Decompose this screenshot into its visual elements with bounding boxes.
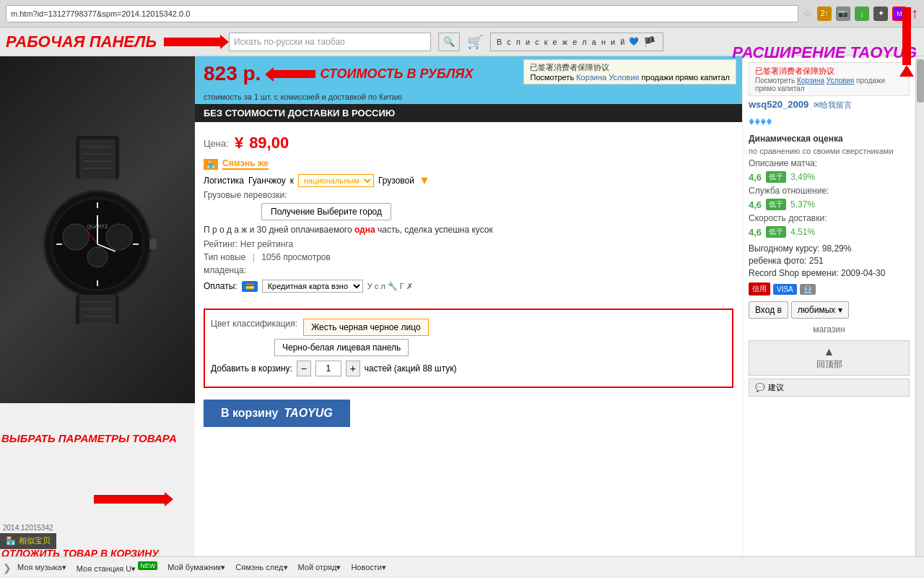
suggest-button[interactable]: 💬 建议 [749, 379, 910, 397]
price-label: Цена: [204, 138, 229, 149]
chevron-icon: ▼ [419, 174, 430, 187]
qty-minus-btn[interactable]: − [297, 361, 311, 376]
svg-point-11 [106, 224, 132, 250]
extension-icon-4[interactable]: ✦ [873, 7, 888, 21]
extension-annotation-text: РАСШИРЕНИЕ TAOYUG [742, 56, 915, 61]
cn-view-text: Посмотреть Корзина Условия продажи прямо… [755, 77, 903, 92]
cart-annotation-text: ОТЛОЖИТЬ ТОВАР В КОРЗИНУ [1, 548, 159, 556]
url-text: m.htm?id=13127798377&spm=2014.12015342.0… [11, 9, 190, 18]
wishlist-icon: 💙 [629, 37, 640, 46]
login-btn[interactable]: Вход в [749, 301, 788, 319]
bottom-nav-siyamen[interactable]: Сямэнь след▾ [231, 561, 292, 574]
payment-row: Оплаты: 💳 Кредитная карта взно У с л 🔧 Г… [204, 280, 733, 293]
scrollbar[interactable] [915, 56, 924, 556]
cn-text2: продажи прямо капитал [642, 73, 730, 82]
payment-select[interactable]: Кредитная карта взно [262, 280, 363, 293]
dynamic-title: Динамическая оценка [749, 134, 910, 144]
similar-items-label[interactable]: 🏪 相似宝贝 [0, 532, 56, 549]
cart-area: 🛒 [467, 34, 483, 50]
logistics-label: Логистика [204, 176, 244, 186]
price-annotation-label: СТОИМОСТЬ В РУБЛЯХ [320, 66, 473, 82]
svg-text:QUARTZ: QUARTZ [87, 224, 108, 230]
qty-row: Добавить в корзину: − + частей (акций 88… [211, 361, 726, 376]
payment-label: Оплаты: [204, 281, 237, 291]
add-to-cart-button[interactable]: В корзину TAOYUG [204, 400, 350, 427]
extension-icon-2[interactable]: 📷 [836, 7, 850, 21]
bottom-nav-arrow-icon[interactable]: ❯ [3, 562, 12, 574]
wishlist-label: В с п и с к е ж е л а н и й [497, 38, 626, 46]
bottom-nav-news[interactable]: Новости▾ [346, 561, 391, 574]
price-yen-row: Цена: ¥ 89,00 [204, 134, 733, 152]
qty-input[interactable] [315, 361, 341, 376]
extension-icon-3[interactable]: ↓ [855, 7, 869, 21]
location-text: Сямэнь же [222, 158, 269, 170]
cn-guarantee-side: 已签署消费者保障协议 Посмотреть Корзина Условия пр… [749, 62, 910, 96]
wishlist-button[interactable]: В с п и с к е ж е л а н и й 💙 🏴 [490, 33, 663, 51]
bottom-nav-music[interactable]: Моя музыка▾ [13, 561, 71, 574]
location-icon: 🏪 [204, 159, 218, 170]
message-square-icon: 💬 [755, 383, 765, 392]
no-delivery-bar: БЕЗ СТОИМОСТИ ДОСТАВКИ В РОССИЮ [195, 104, 742, 122]
other-logo: 🏦 [800, 284, 816, 295]
search-button[interactable]: 🔍 [438, 33, 460, 51]
url-bottom: 2014.12015342 [0, 522, 56, 533]
favorites-btn[interactable]: любимых ▾ [791, 301, 849, 319]
qty-plus-btn[interactable]: + [346, 361, 360, 376]
record-row: Record Shop времени: 2009-04-30 [749, 268, 910, 278]
product-area: 823 р. СТОИМОСТЬ В РУБЛЯХ 已签署消费者保障协议 Пос… [195, 56, 742, 556]
extension-annotation: РАСШИРЕНИЕ TAOYUG [742, 56, 915, 62]
option-btn-2[interactable]: Черно-белая лицевая панель [274, 339, 409, 356]
cn-link1[interactable]: Корзина [576, 73, 606, 82]
cn-link2[interactable]: Условия [609, 73, 639, 82]
alipay-logo: 信用 [749, 282, 770, 296]
params-annotation: ВЫБРАТЬ ПАРАМЕТРЫ ТОВАРА [1, 432, 177, 444]
flag-icon: 🏴 [643, 36, 657, 48]
bottom-nav-station[interactable]: Моя станция U▾ NEW [72, 561, 162, 575]
national-select[interactable]: национальным [298, 174, 374, 187]
dynamic-rating-section: Динамическая оценка по сравнению со свои… [749, 134, 910, 238]
url-bar[interactable]: m.htm?id=13127798377&spm=2014.12015342.0… [6, 5, 798, 22]
price-sub: стоимость за 1 шт. с комиссией и доставк… [204, 92, 402, 101]
discount-sub-row: ребенка фото: 251 [749, 256, 910, 266]
low-badge-3: 低于 [766, 226, 786, 238]
back-to-top-btn[interactable]: ▲ 回顶部 [749, 340, 910, 376]
search-placeholder: Искать по-русски на таобао [234, 37, 345, 47]
color-label: Цвет классификация: [211, 319, 297, 329]
mladentsa-row: младенца: [204, 265, 733, 275]
card-logo: VISA [773, 284, 797, 295]
message-icon[interactable]: ✉给我留言 [814, 100, 852, 109]
search-input[interactable]: Искать по-русски на таобао [229, 33, 431, 51]
cart-btn-brand: TAOYUG [284, 407, 332, 420]
bottom-nav-squad[interactable]: Мой отряд▾ [294, 561, 346, 574]
bottom-nav-station-label: Моя станция U▾ [77, 564, 136, 572]
cn-korz-link[interactable]: Корзина [797, 77, 824, 85]
svg-point-10 [63, 224, 89, 250]
price-yen-value: 89,00 [249, 134, 289, 152]
delivery-label: Грузовые перевозки: [204, 190, 287, 200]
product-panel: QUARTZ 🏪 相似宝贝 ВЫБРАТЬ ПАРАМЕТРЫ ТОВАРА О… [0, 56, 195, 556]
sale-text: П р о д а ж и [204, 225, 254, 235]
rating-label: Рейтинг: [204, 239, 237, 249]
payment-icons: У с л 🔧 Г ✗ [367, 282, 413, 291]
option-btn-1[interactable]: Жесть черная черное лицо [303, 319, 428, 336]
action-buttons: Вход в любимых ▾ [749, 301, 910, 319]
rating-pct-2: 5,37% [790, 199, 815, 210]
city-button[interactable]: Получение Выберите город [261, 203, 391, 220]
cn-cond-link[interactable]: Условия [827, 77, 855, 85]
rating-item-2: Служба отношение: [749, 186, 910, 196]
svg-rect-20 [149, 239, 157, 249]
discount-text: Выгодному курсу: 98,29% [749, 243, 851, 254]
scrollbar-thumb[interactable] [917, 59, 924, 103]
rating-label-2: Служба отношение: [749, 186, 829, 196]
bottom-nav-news-label: Новости▾ [351, 563, 386, 571]
extension-icon-1[interactable]: 2↑ [817, 7, 832, 21]
rating-item-3: Скорость доставки: [749, 213, 910, 223]
qty-text: частей (акций 88 штук) [365, 363, 457, 374]
right-sidebar: 已签署消费者保障协议 Посмотреть Корзина Условия пр… [742, 56, 915, 556]
rating-label-1: Описание матча: [749, 158, 817, 168]
bottom-nav-wallet[interactable]: Мой бумажник▾ [163, 561, 230, 574]
cart-annotation: ОТЛОЖИТЬ ТОВАР В КОРЗИНУ [1, 548, 159, 556]
sale-highlight: одна [354, 225, 375, 235]
bookmark-icon[interactable]: ☆ [803, 7, 813, 20]
browser-bar: m.htm?id=13127798377&spm=2014.12015342.0… [0, 0, 924, 27]
